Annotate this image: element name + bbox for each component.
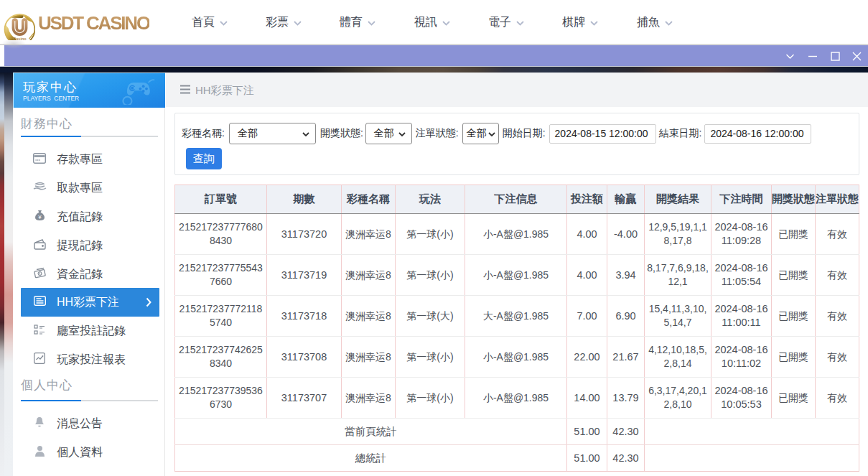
svg-text:¥: ¥ [37, 214, 42, 220]
svg-text:Casino: Casino [13, 37, 27, 41]
